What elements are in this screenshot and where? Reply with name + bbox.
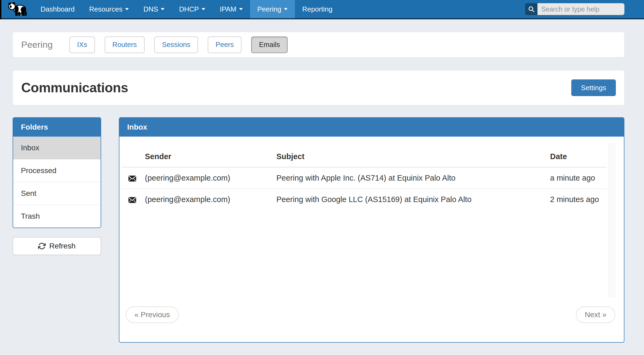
mail-sender: (peering@example.com) [141,167,272,189]
table-header-row: Sender Subject Date [121,147,607,167]
refresh-label: Refresh [49,242,75,250]
nav-item-peering[interactable]: Peering [250,0,295,18]
pagination: « Previous Next » [119,306,624,323]
magnifier-icon [528,6,535,13]
next-page-button[interactable]: Next » [576,306,615,323]
peering-section-bar: Peering IXs Routers Sessions Peers Email… [13,32,624,57]
column-header-date: Date [546,147,607,167]
left-column: Folders Inbox Processed Sent Trash Refre… [13,117,101,255]
page-title: Communications [21,80,128,96]
mail-row[interactable]: (peering@example.com) Peering with Googl… [121,189,607,210]
tab-peers[interactable]: Peers [208,36,241,53]
panda-logo-icon[interactable] [7,0,30,18]
folders-panel-heading: Folders [13,118,101,137]
column-header-subject: Subject [272,147,546,167]
mail-subject: Peering with Apple Inc. (AS714) at Equin… [272,167,546,189]
search-input[interactable] [537,3,624,15]
nav-label-dns: DNS [143,5,158,13]
nav-item-dns[interactable]: DNS [136,0,172,18]
nav-item-ipam[interactable]: IPAM [213,0,250,18]
refresh-button[interactable]: Refresh [13,237,101,255]
nav-item-resources[interactable]: Resources [82,0,136,18]
nav-label-peering: Peering [257,5,281,13]
mail-row[interactable]: (peering@example.com) Peering with Apple… [121,167,607,189]
tab-emails[interactable]: Emails [251,36,288,53]
main-content: Peering IXs Routers Sessions Peers Email… [13,32,624,343]
tab-sessions[interactable]: Sessions [154,36,198,53]
mail-date: a minute ago [546,167,607,189]
nav-label-resources: Resources [89,5,122,13]
inbox-scrollbar-track[interactable] [608,143,615,298]
folder-item-inbox[interactable]: Inbox [13,137,101,159]
envelope-icon [128,197,136,203]
refresh-icon [38,242,46,250]
caret-down-icon [125,8,129,10]
folders-panel: Folders Inbox Processed Sent Trash [13,117,101,228]
communications-header: Communications Settings [13,70,624,105]
caret-down-icon [239,8,243,10]
right-column: Inbox Sender Subject Date [119,117,624,343]
nav-label-dashboard: Dashboard [41,5,75,13]
envelope-icon [128,175,136,182]
navbar-spacer [340,0,525,18]
folder-item-processed[interactable]: Processed [13,159,101,182]
section-title: Peering [21,39,53,50]
search-button[interactable] [525,3,537,15]
caret-down-icon [202,8,205,10]
inbox-table: Sender Subject Date [121,147,607,210]
mail-subject: Peering with Google LLC (AS15169) at Equ… [272,189,546,210]
panda-icon [7,1,30,17]
caret-down-icon [161,8,164,10]
nav-item-dashboard[interactable]: Dashboard [33,0,82,18]
mail-date: 2 minutes ago [546,189,607,210]
inbox-panel-heading: Inbox [119,118,624,137]
mail-sender: (peering@example.com) [141,189,272,210]
tab-ixs[interactable]: IXs [69,36,95,53]
column-header-icon [121,147,141,167]
navbar-edge-mark [0,0,1,19]
navbar: Dashboard Resources DNS DHCP IPAM Peerin… [0,0,644,19]
caret-down-icon [284,8,288,10]
settings-button[interactable]: Settings [571,79,616,96]
inbox-panel-body: Sender Subject Date [119,137,624,306]
nav-item-reporting[interactable]: Reporting [295,0,340,18]
nav-label-ipam: IPAM [220,5,236,13]
navbar-search [525,0,624,18]
tab-routers[interactable]: Routers [105,36,145,53]
folder-item-trash[interactable]: Trash [13,205,101,228]
inbox-panel: Inbox Sender Subject Date [119,117,624,343]
column-header-sender: Sender [141,147,272,167]
nav-label-dhcp: DHCP [179,5,199,13]
content-row: Folders Inbox Processed Sent Trash Refre… [13,117,624,343]
folder-item-sent[interactable]: Sent [13,182,101,205]
main-nav: Dashboard Resources DNS DHCP IPAM Peerin… [33,0,340,18]
nav-item-dhcp[interactable]: DHCP [172,0,213,18]
nav-label-reporting: Reporting [302,5,332,13]
previous-page-button[interactable]: « Previous [126,306,179,323]
